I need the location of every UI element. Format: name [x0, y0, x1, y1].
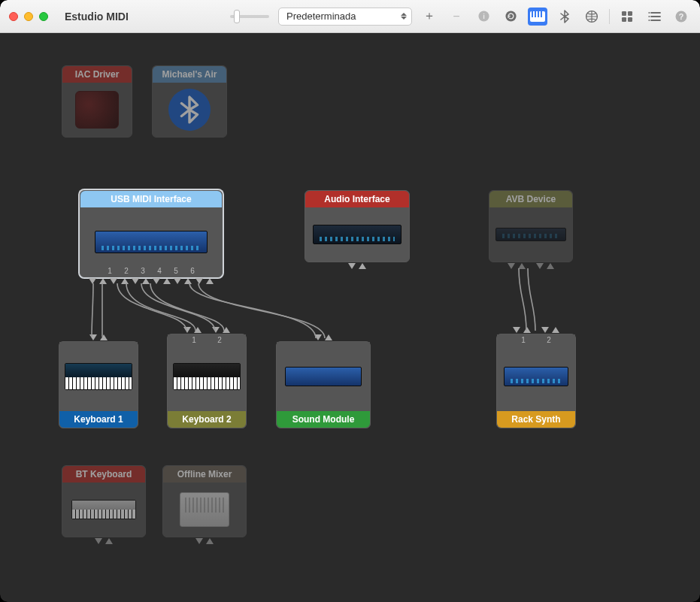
svg-point-16 [648, 12, 650, 14]
midi-port-icons [277, 334, 370, 340]
midi-port-icons [80, 278, 222, 284]
device-label: AVB Device [489, 191, 572, 207]
svg-rect-5 [535, 11, 536, 17]
svg-rect-6 [538, 11, 539, 17]
minimize-window-button[interactable] [24, 12, 33, 21]
audio-interface-icon [313, 225, 402, 244]
device-label: Keyboard 1 [59, 411, 138, 428]
zoom-window-button[interactable] [39, 12, 48, 21]
grid-view-button[interactable] [617, 8, 637, 26]
avb-device-icon [495, 228, 567, 241]
network-button[interactable] [582, 8, 602, 26]
bluetooth-button[interactable] [555, 8, 574, 26]
configuration-selected: Predeterminada [286, 11, 356, 22]
bluetooth-icon [168, 89, 211, 131]
rescan-midi-button[interactable] [501, 8, 520, 26]
svg-rect-7 [541, 11, 542, 17]
midi-port-icons [163, 538, 246, 544]
svg-rect-12 [628, 17, 632, 22]
port-numbers: 1 2 [497, 336, 575, 344]
port-numbers: 1 2 [168, 336, 246, 344]
keyboard-icon [65, 363, 132, 390]
svg-rect-9 [622, 11, 626, 16]
device-avb[interactable]: AVB Device [489, 190, 573, 262]
midi-port-icons [489, 263, 572, 269]
icon-size-slider[interactable] [230, 9, 271, 24]
device-label: Audio Interface [305, 191, 409, 207]
device-label: Michael's Air [153, 66, 226, 83]
device-label: Keyboard 2 [168, 411, 246, 428]
info-button[interactable]: i [474, 8, 493, 26]
sound-module-icon [285, 367, 362, 386]
window-controls [9, 12, 48, 21]
svg-rect-10 [628, 11, 632, 16]
usb-interface-icon [95, 231, 208, 253]
device-audio-interface[interactable]: Audio Interface [305, 190, 410, 262]
device-bt-host[interactable]: Michael's Air [152, 65, 227, 138]
svg-rect-4 [532, 11, 533, 17]
svg-rect-11 [622, 17, 626, 22]
device-rack-synth[interactable]: 1 2 Rack Synth [496, 334, 576, 428]
configuration-dropdown[interactable]: Predeterminada [278, 8, 412, 26]
device-iac-driver[interactable]: IAC Driver [62, 65, 132, 138]
keyboard-icon [173, 363, 240, 390]
device-label: Rack Synth [497, 411, 575, 428]
midi-port-icons [59, 334, 138, 340]
device-usb-midi-interface[interactable]: USB MIDI Interface 1 2 3 4 5 6 [80, 190, 223, 277]
close-window-button[interactable] [9, 12, 18, 21]
add-device-button[interactable]: ＋ [420, 8, 439, 26]
svg-text:i: i [483, 13, 485, 20]
device-keyboard-1[interactable]: Keyboard 1 [59, 341, 138, 428]
midi-port-icons [62, 538, 145, 544]
device-bt-keyboard[interactable]: BT Keyboard [62, 465, 146, 537]
remove-device-button[interactable]: − [447, 8, 466, 26]
iac-icon [75, 91, 119, 129]
device-keyboard-2[interactable]: 1 2 Keyboard 2 [167, 334, 247, 428]
port-numbers: 1 2 3 4 5 6 [80, 267, 222, 275]
device-label: BT Keyboard [62, 466, 145, 483]
keyboard-icon [71, 500, 136, 519]
list-view-button[interactable] [644, 8, 664, 26]
midi-port-icons [305, 263, 409, 269]
mixer-icon [180, 492, 229, 527]
svg-point-17 [648, 16, 650, 17]
device-sound-module[interactable]: Sound Module [276, 341, 371, 428]
device-label: USB MIDI Interface [80, 191, 222, 207]
svg-point-2 [505, 11, 516, 21]
help-button[interactable]: ? [671, 8, 691, 26]
svg-text:?: ? [679, 11, 684, 20]
device-label: Offline Mixer [163, 466, 246, 483]
svg-point-18 [648, 20, 650, 21]
midi-studio-canvas[interactable]: IAC Driver Michael's Air USB MIDI Interf… [0, 33, 700, 602]
rack-synth-icon [504, 367, 568, 386]
midi-port-icons [168, 327, 246, 333]
device-offline-mixer[interactable]: Offline Mixer [162, 465, 247, 537]
window-title: Estudio MIDI [65, 11, 129, 23]
device-label: IAC Driver [62, 66, 132, 83]
midi-studio-button[interactable] [528, 8, 547, 26]
device-label: Sound Module [277, 411, 370, 428]
chevron-up-down-icon [401, 13, 407, 20]
midi-port-icons [497, 327, 575, 333]
titlebar: Estudio MIDI Predeterminada ＋ − i ? [0, 0, 700, 33]
